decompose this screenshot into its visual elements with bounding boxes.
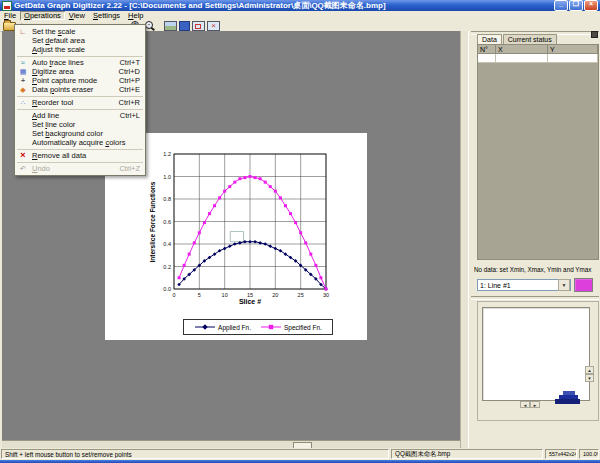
column-header: N° — [478, 45, 496, 54]
menu-settings[interactable]: Settings — [89, 11, 124, 20]
menu-item-point-capture-mode[interactable]: Point capture modeCtrl+P — [15, 76, 145, 85]
operations-menu: Set the scaleSet default areaAdjust the … — [14, 24, 146, 176]
trace-icon — [17, 58, 29, 67]
menu-item-label: Reorder tool — [32, 98, 73, 107]
menu-shortcut: Ctrl+R — [119, 98, 145, 107]
menu-file[interactable]: File — [0, 11, 20, 20]
menu-item-label: Digitize area — [32, 67, 74, 76]
menu-shortcut: Ctrl+L — [120, 111, 145, 120]
status-bar: Shift + left mouse button to set/remove … — [0, 448, 600, 460]
menu-item-remove-all-data[interactable]: Remove all data — [15, 151, 145, 160]
solid-color-icon[interactable] — [179, 21, 190, 31]
undo-icon — [17, 164, 29, 173]
menu-item-undo: UndoCtrl+Z — [15, 164, 145, 173]
title-bar: GetData Graph Digitizer 2.22 - [C:\Docum… — [0, 0, 600, 11]
menu-item-label: Set default area — [32, 36, 85, 45]
close-button[interactable]: × — [584, 0, 598, 11]
menu-item-label: Point capture mode — [32, 76, 97, 85]
menu-item-label: Add line — [32, 111, 59, 120]
legend-label: Applied Fn. — [218, 324, 251, 331]
menu-item-label: Automatically acquire colors — [32, 138, 125, 147]
pan-down-button[interactable]: ▼ — [585, 374, 594, 382]
panel-tabs: DataCurrent status — [477, 34, 599, 44]
menu-view[interactable]: View — [65, 11, 89, 20]
menu-item-set-the-scale[interactable]: Set the scale — [15, 27, 145, 36]
menu-item-label: Adjust the scale — [32, 45, 85, 54]
menu-shortcut: Ctrl+E — [119, 85, 145, 94]
svg-text:0.4: 0.4 — [163, 241, 171, 247]
window-title: GetData Graph Digitizer 2.22 - [C:\Docum… — [14, 0, 386, 11]
table-row — [478, 54, 598, 63]
menu-item-add-line[interactable]: Add lineCtrl+L — [15, 111, 145, 120]
status-zoom-level: 100.0% — [579, 449, 599, 459]
menu-item-label: Undo — [32, 164, 50, 173]
menu-separator — [17, 162, 143, 163]
menu-separator — [17, 96, 143, 97]
menu-item-data-points-eraser[interactable]: Data points eraserCtrl+E — [15, 85, 145, 94]
menu-shortcut: Ctrl+T — [119, 58, 145, 67]
capture-icon — [17, 76, 29, 85]
line-select-value: 1: Line #1 — [480, 282, 511, 289]
menu-item-label: Set the scale — [32, 27, 75, 36]
status-image-dimensions: 557x442x24 — [545, 449, 577, 459]
legend-marker-icon — [260, 323, 282, 331]
menu-item-label: Set line color — [32, 120, 75, 129]
menu-separator — [17, 149, 143, 150]
menu-item-set-background-color[interactable]: Set background color — [15, 129, 145, 138]
svg-text:1.0: 1.0 — [163, 174, 171, 180]
pan-up-button[interactable]: ▲ — [585, 366, 594, 374]
menu-shortcut: Ctrl+P — [119, 76, 145, 85]
preview-pixels — [555, 399, 580, 404]
svg-text:0.2: 0.2 — [163, 264, 171, 270]
data-table: N°XY — [477, 44, 599, 260]
fit-image-icon[interactable] — [207, 21, 220, 31]
status-hint: Shift + left mouse button to set/remove … — [1, 449, 389, 459]
data-table-header: N°XY — [478, 45, 598, 54]
svg-text:0.6: 0.6 — [163, 219, 171, 225]
line-select[interactable]: 1: Line #1 ▼ — [477, 279, 571, 291]
chevron-down-icon[interactable]: ▼ — [558, 279, 570, 291]
restore-button[interactable]: ❐ — [569, 0, 583, 11]
menu-separator — [17, 56, 143, 57]
menu-shortcut: Ctrl+D — [119, 67, 145, 76]
magnifier-preview: ▲ ▼ ◄ ► — [477, 301, 599, 421]
menu-item-set-line-color[interactable]: Set line color — [15, 120, 145, 129]
chart-legend: Applied Fn. Specified Fn. — [183, 319, 333, 335]
x-axis-label: Slice # — [174, 298, 326, 305]
reorder-icon — [17, 98, 29, 107]
menu-item-label: Set background color — [32, 129, 103, 138]
legend-item: Applied Fn. — [194, 323, 251, 331]
menu-item-adjust-the-scale[interactable]: Adjust the scale — [15, 45, 145, 54]
view-image-icon[interactable] — [164, 21, 177, 31]
minimize-button[interactable]: _ — [554, 0, 568, 11]
side-panel: DataCurrent status N°XY No data: set Xmi… — [468, 31, 600, 448]
legend-marker-icon — [194, 323, 216, 331]
menu-item-label: Data points eraser — [32, 85, 93, 94]
zoom-window-icon[interactable] — [192, 21, 205, 31]
legend-item: Specified Fn. — [260, 323, 322, 331]
pan-right-button[interactable]: ► — [530, 401, 540, 408]
preview-viewport[interactable] — [482, 307, 590, 401]
canvas-hscrollbar[interactable] — [2, 440, 460, 448]
app-icon — [2, 1, 12, 11]
menu-item-reorder-tool[interactable]: Reorder toolCtrl+R — [15, 98, 145, 107]
menu-item-set-default-area[interactable]: Set default area — [15, 36, 145, 45]
legend-label: Specified Fn. — [284, 324, 322, 331]
line-color-swatch[interactable] — [574, 278, 593, 292]
menu-shortcut: Ctrl+Z — [119, 164, 145, 173]
menu-item-digitize-area[interactable]: Digitize areaCtrl+D — [15, 67, 145, 76]
eraser-icon — [17, 85, 29, 94]
column-header: Y — [548, 45, 598, 54]
menu-item-auto-trace-lines[interactable]: Auto trace linesCtrl+T — [15, 58, 145, 67]
tab-current-status[interactable]: Current status — [503, 34, 557, 44]
pan-left-button[interactable]: ◄ — [520, 401, 530, 408]
menu-item-automatically-acquire-colors[interactable]: Automatically acquire colors — [15, 138, 145, 147]
digitize-icon — [17, 67, 29, 76]
menu-separator — [17, 109, 143, 110]
no-data-message: No data: set Xmin, Xmax, Ymin and Ymax — [474, 266, 600, 273]
menu-item-label: Remove all data — [32, 151, 86, 160]
menu-operations[interactable]: Operations — [20, 11, 65, 20]
panel-divider — [471, 296, 599, 300]
line-selector-row: 1: Line #1 ▼ — [477, 278, 593, 292]
svg-text:1.2: 1.2 — [163, 151, 171, 157]
